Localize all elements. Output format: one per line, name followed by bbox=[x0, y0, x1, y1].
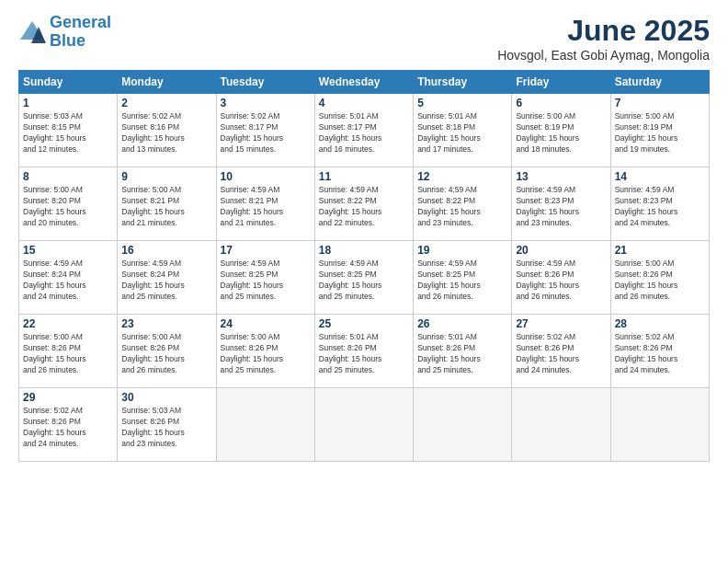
calendar-cell: 28Sunrise: 5:02 AMSunset: 8:26 PMDayligh… bbox=[610, 315, 709, 388]
day-number: 28 bbox=[615, 317, 705, 330]
day-detail: Sunrise: 5:02 AMSunset: 8:17 PMDaylight:… bbox=[221, 111, 311, 155]
calendar-header-saturday: Saturday bbox=[610, 71, 709, 94]
page: General Blue June 2025 Hovsgol, East Gob… bbox=[0, 0, 728, 563]
day-detail: Sunrise: 4:59 AMSunset: 8:25 PMDaylight:… bbox=[417, 259, 507, 303]
day-detail: Sunrise: 5:01 AMSunset: 8:26 PMDaylight:… bbox=[319, 332, 409, 376]
day-detail: Sunrise: 5:00 AMSunset: 8:26 PMDaylight:… bbox=[615, 259, 705, 303]
calendar-week-4: 22Sunrise: 5:00 AMSunset: 8:26 PMDayligh… bbox=[19, 315, 710, 388]
calendar-cell: 17Sunrise: 4:59 AMSunset: 8:25 PMDayligh… bbox=[216, 241, 314, 315]
calendar-cell bbox=[610, 388, 709, 462]
calendar-cell: 15Sunrise: 4:59 AMSunset: 8:24 PMDayligh… bbox=[19, 241, 118, 315]
calendar-header-tuesday: Tuesday bbox=[216, 71, 314, 94]
day-detail: Sunrise: 4:59 AMSunset: 8:24 PMDaylight:… bbox=[23, 259, 113, 303]
calendar-cell: 10Sunrise: 4:59 AMSunset: 8:21 PMDayligh… bbox=[216, 167, 314, 241]
day-number: 29 bbox=[23, 391, 113, 404]
day-number: 23 bbox=[121, 317, 211, 330]
day-detail: Sunrise: 5:00 AMSunset: 8:19 PMDaylight:… bbox=[615, 111, 705, 155]
day-detail: Sunrise: 5:01 AMSunset: 8:26 PMDaylight:… bbox=[417, 332, 507, 376]
logo-general: General bbox=[50, 13, 111, 31]
calendar-header-friday: Friday bbox=[512, 71, 610, 94]
day-number: 10 bbox=[221, 170, 311, 183]
day-detail: Sunrise: 5:03 AMSunset: 8:26 PMDaylight:… bbox=[121, 406, 211, 450]
day-number: 24 bbox=[221, 317, 311, 330]
calendar-cell: 13Sunrise: 4:59 AMSunset: 8:23 PMDayligh… bbox=[512, 167, 610, 241]
header: General Blue June 2025 Hovsgol, East Gob… bbox=[18, 14, 710, 63]
logo: General Blue bbox=[18, 14, 111, 51]
day-number: 13 bbox=[516, 170, 606, 183]
calendar-cell: 30Sunrise: 5:03 AMSunset: 8:26 PMDayligh… bbox=[118, 388, 216, 462]
logo-icon bbox=[18, 19, 46, 45]
calendar-cell: 4Sunrise: 5:01 AMSunset: 8:17 PMDaylight… bbox=[314, 94, 413, 167]
calendar-cell: 26Sunrise: 5:01 AMSunset: 8:26 PMDayligh… bbox=[414, 315, 512, 388]
calendar-cell: 25Sunrise: 5:01 AMSunset: 8:26 PMDayligh… bbox=[314, 315, 413, 388]
day-detail: Sunrise: 5:00 AMSunset: 8:26 PMDaylight:… bbox=[121, 332, 211, 376]
title-block: June 2025 Hovsgol, East Gobi Aymag, Mong… bbox=[497, 14, 710, 63]
day-number: 26 bbox=[417, 317, 507, 330]
day-detail: Sunrise: 5:00 AMSunset: 8:19 PMDaylight:… bbox=[516, 111, 606, 155]
calendar-header-thursday: Thursday bbox=[414, 71, 512, 94]
calendar-cell bbox=[216, 388, 314, 462]
day-detail: Sunrise: 5:01 AMSunset: 8:18 PMDaylight:… bbox=[417, 111, 507, 155]
day-detail: Sunrise: 5:02 AMSunset: 8:16 PMDaylight:… bbox=[121, 111, 211, 155]
day-number: 7 bbox=[615, 97, 705, 109]
day-number: 14 bbox=[615, 170, 705, 183]
day-detail: Sunrise: 5:03 AMSunset: 8:15 PMDaylight:… bbox=[23, 111, 113, 155]
calendar-week-1: 1Sunrise: 5:03 AMSunset: 8:15 PMDaylight… bbox=[19, 94, 710, 167]
calendar-header-wednesday: Wednesday bbox=[314, 71, 413, 94]
calendar-cell: 8Sunrise: 5:00 AMSunset: 8:20 PMDaylight… bbox=[19, 167, 118, 241]
logo-text: General Blue bbox=[50, 14, 111, 51]
day-number: 9 bbox=[121, 170, 211, 183]
day-detail: Sunrise: 5:02 AMSunset: 8:26 PMDaylight:… bbox=[516, 332, 606, 376]
calendar-header-sunday: Sunday bbox=[19, 71, 118, 94]
day-number: 2 bbox=[121, 97, 211, 109]
day-detail: Sunrise: 5:00 AMSunset: 8:21 PMDaylight:… bbox=[121, 185, 211, 229]
day-number: 18 bbox=[319, 244, 409, 257]
calendar-cell: 23Sunrise: 5:00 AMSunset: 8:26 PMDayligh… bbox=[118, 315, 216, 388]
calendar-cell: 27Sunrise: 5:02 AMSunset: 8:26 PMDayligh… bbox=[512, 315, 610, 388]
day-detail: Sunrise: 4:59 AMSunset: 8:21 PMDaylight:… bbox=[221, 185, 311, 229]
calendar-cell: 11Sunrise: 4:59 AMSunset: 8:22 PMDayligh… bbox=[314, 167, 413, 241]
calendar-cell: 18Sunrise: 4:59 AMSunset: 8:25 PMDayligh… bbox=[314, 241, 413, 315]
calendar-cell bbox=[512, 388, 610, 462]
day-number: 5 bbox=[417, 97, 507, 109]
calendar-cell: 2Sunrise: 5:02 AMSunset: 8:16 PMDaylight… bbox=[118, 94, 216, 167]
day-detail: Sunrise: 4:59 AMSunset: 8:25 PMDaylight:… bbox=[221, 259, 311, 303]
day-detail: Sunrise: 4:59 AMSunset: 8:23 PMDaylight:… bbox=[615, 185, 705, 229]
calendar-week-5: 29Sunrise: 5:02 AMSunset: 8:26 PMDayligh… bbox=[19, 388, 710, 462]
day-number: 22 bbox=[23, 317, 113, 330]
calendar-cell: 1Sunrise: 5:03 AMSunset: 8:15 PMDaylight… bbox=[19, 94, 118, 167]
calendar-cell: 14Sunrise: 4:59 AMSunset: 8:23 PMDayligh… bbox=[610, 167, 709, 241]
day-number: 1 bbox=[23, 97, 113, 109]
calendar-cell: 29Sunrise: 5:02 AMSunset: 8:26 PMDayligh… bbox=[19, 388, 118, 462]
day-detail: Sunrise: 5:00 AMSunset: 8:20 PMDaylight:… bbox=[23, 185, 113, 229]
calendar-cell bbox=[314, 388, 413, 462]
day-detail: Sunrise: 4:59 AMSunset: 8:22 PMDaylight:… bbox=[319, 185, 409, 229]
day-detail: Sunrise: 5:00 AMSunset: 8:26 PMDaylight:… bbox=[23, 332, 113, 376]
day-number: 20 bbox=[516, 244, 606, 257]
calendar-cell: 22Sunrise: 5:00 AMSunset: 8:26 PMDayligh… bbox=[19, 315, 118, 388]
day-number: 12 bbox=[417, 170, 507, 183]
calendar-cell: 20Sunrise: 4:59 AMSunset: 8:26 PMDayligh… bbox=[512, 241, 610, 315]
month-title: June 2025 bbox=[497, 14, 710, 48]
calendar-header-row: SundayMondayTuesdayWednesdayThursdayFrid… bbox=[19, 71, 710, 94]
day-detail: Sunrise: 5:01 AMSunset: 8:17 PMDaylight:… bbox=[319, 111, 409, 155]
day-number: 27 bbox=[516, 317, 606, 330]
calendar-week-2: 8Sunrise: 5:00 AMSunset: 8:20 PMDaylight… bbox=[19, 167, 710, 241]
calendar-cell: 5Sunrise: 5:01 AMSunset: 8:18 PMDaylight… bbox=[414, 94, 512, 167]
calendar-cell: 24Sunrise: 5:00 AMSunset: 8:26 PMDayligh… bbox=[216, 315, 314, 388]
day-detail: Sunrise: 4:59 AMSunset: 8:25 PMDaylight:… bbox=[319, 259, 409, 303]
calendar-cell: 19Sunrise: 4:59 AMSunset: 8:25 PMDayligh… bbox=[414, 241, 512, 315]
calendar-cell: 21Sunrise: 5:00 AMSunset: 8:26 PMDayligh… bbox=[610, 241, 709, 315]
day-detail: Sunrise: 4:59 AMSunset: 8:22 PMDaylight:… bbox=[417, 185, 507, 229]
day-number: 6 bbox=[516, 97, 606, 109]
day-number: 3 bbox=[221, 97, 311, 109]
day-number: 19 bbox=[417, 244, 507, 257]
calendar-cell bbox=[414, 388, 512, 462]
calendar-cell: 6Sunrise: 5:00 AMSunset: 8:19 PMDaylight… bbox=[512, 94, 610, 167]
location: Hovsgol, East Gobi Aymag, Mongolia bbox=[497, 48, 710, 63]
day-detail: Sunrise: 5:02 AMSunset: 8:26 PMDaylight:… bbox=[23, 406, 113, 450]
day-number: 4 bbox=[319, 97, 409, 109]
calendar-cell: 12Sunrise: 4:59 AMSunset: 8:22 PMDayligh… bbox=[414, 167, 512, 241]
calendar-header-monday: Monday bbox=[118, 71, 216, 94]
day-detail: Sunrise: 4:59 AMSunset: 8:24 PMDaylight:… bbox=[121, 259, 211, 303]
